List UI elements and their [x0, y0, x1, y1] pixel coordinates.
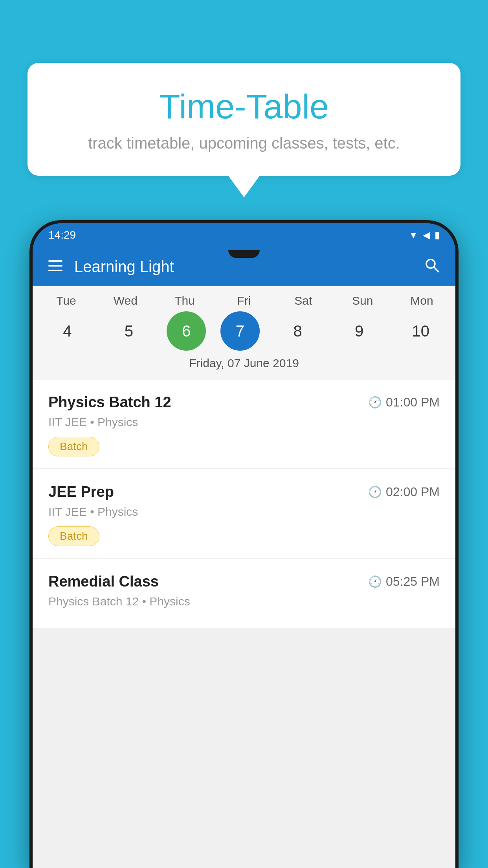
date-4[interactable]: 4	[44, 311, 91, 351]
clock-icon-3: 🕐	[368, 575, 382, 588]
day-thu: Thu	[161, 294, 208, 307]
svg-line-4	[434, 267, 438, 272]
time-value-3: 05:25 PM	[386, 574, 440, 589]
schedule-item-3-header: Remedial Class 🕐 05:25 PM	[48, 573, 440, 590]
schedule-item-1-header: Physics Batch 12 🕐 01:00 PM	[48, 394, 440, 411]
schedule-item-1[interactable]: Physics Batch 12 🕐 01:00 PM IIT JEE • Ph…	[33, 380, 455, 468]
speech-bubble-tail	[228, 176, 260, 197]
date-7[interactable]: 7	[220, 311, 260, 351]
svg-rect-2	[48, 270, 62, 271]
svg-rect-1	[48, 265, 62, 267]
speech-bubble-subtitle: track timetable, upcoming classes, tests…	[59, 134, 429, 152]
schedule-list: Physics Batch 12 🕐 01:00 PM IIT JEE • Ph…	[33, 380, 455, 868]
schedule-item-2-time: 🕐 02:00 PM	[368, 485, 440, 499]
svg-rect-0	[48, 260, 62, 262]
schedule-item-1-title: Physics Batch 12	[48, 394, 171, 411]
phone-screen: 14:29 ▼ ◀ ▮	[33, 223, 455, 868]
schedule-item-1-time: 🕐 01:00 PM	[368, 395, 440, 410]
day-tue: Tue	[42, 294, 90, 307]
date-8[interactable]: 8	[274, 311, 321, 351]
speech-bubble-title: Time-Table	[59, 86, 429, 127]
signal-icon: ◀	[423, 230, 430, 241]
phone-frame: 14:29 ▼ ◀ ▮	[29, 220, 459, 868]
phone-mockup: 14:29 ▼ ◀ ▮	[29, 220, 459, 868]
schedule-item-3-title: Remedial Class	[48, 573, 159, 590]
day-mon: Mon	[398, 294, 445, 307]
schedule-item-2-title: JEE Prep	[48, 484, 114, 500]
calendar-dates-row: 4 5 6 7 8 9 10	[33, 311, 455, 351]
clock-icon-2: 🕐	[368, 485, 382, 498]
calendar-strip: Tue Wed Thu Fri Sat Sun Mon 4 5 6	[33, 286, 455, 380]
app-bar-title: Learning Light	[74, 258, 424, 276]
status-time: 14:29	[48, 229, 76, 241]
schedule-item-3[interactable]: Remedial Class 🕐 05:25 PM Physics Batch …	[33, 559, 455, 628]
battery-icon: ▮	[435, 230, 440, 241]
schedule-item-3-subtitle: Physics Batch 12 • Physics	[48, 595, 440, 608]
speech-bubble-section: Time-Table track timetable, upcoming cla…	[28, 63, 460, 197]
schedule-item-2-header: JEE Prep 🕐 02:00 PM	[48, 484, 440, 500]
schedule-item-2-subtitle: IIT JEE • Physics	[48, 505, 440, 519]
day-sun: Sun	[339, 294, 386, 307]
phone-inner: 14:29 ▼ ◀ ▮	[33, 223, 455, 868]
wifi-icon: ▼	[409, 230, 418, 241]
schedule-item-2[interactable]: JEE Prep 🕐 02:00 PM IIT JEE • Physics Ba…	[33, 469, 455, 558]
date-6[interactable]: 6	[167, 311, 206, 351]
date-5[interactable]: 5	[105, 311, 152, 351]
day-wed: Wed	[102, 294, 149, 307]
time-value-2: 02:00 PM	[386, 485, 440, 499]
status-bar: 14:29 ▼ ◀ ▮	[33, 223, 455, 247]
schedule-item-3-time: 🕐 05:25 PM	[368, 574, 440, 589]
hamburger-menu-icon[interactable]	[48, 259, 62, 274]
time-value-1: 01:00 PM	[386, 395, 440, 410]
status-icons: ▼ ◀ ▮	[409, 230, 440, 241]
date-9[interactable]: 9	[336, 311, 383, 351]
clock-icon-1: 🕐	[368, 396, 382, 409]
search-icon[interactable]	[424, 257, 440, 276]
date-10[interactable]: 10	[397, 311, 444, 351]
day-fri: Fri	[220, 294, 268, 307]
speech-bubble: Time-Table track timetable, upcoming cla…	[28, 63, 460, 176]
phone-notch	[228, 250, 260, 258]
batch-badge-2: Batch	[48, 526, 99, 546]
selected-date-label: Friday, 07 June 2019	[33, 357, 455, 376]
batch-badge-1: Batch	[48, 437, 99, 456]
calendar-days-header: Tue Wed Thu Fri Sat Sun Mon	[33, 294, 455, 307]
screen-content: Tue Wed Thu Fri Sat Sun Mon 4 5 6	[33, 286, 455, 868]
day-sat: Sat	[280, 294, 327, 307]
schedule-item-1-subtitle: IIT JEE • Physics	[48, 416, 440, 429]
